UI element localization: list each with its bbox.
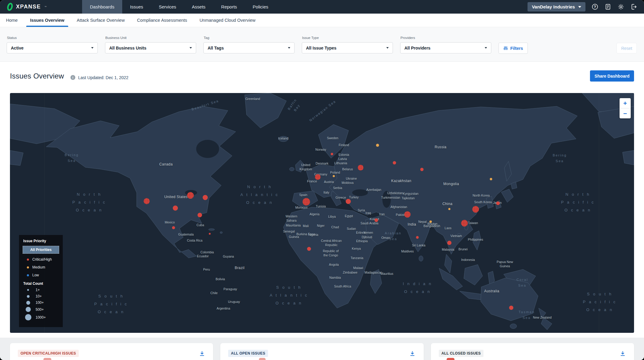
- legend-priority-medium[interactable]: Medium: [27, 265, 59, 269]
- filter-select-providers[interactable]: All Providers: [400, 42, 491, 53]
- issue-cluster-marker-5[interactable]: [172, 226, 175, 229]
- issue-cluster-marker-12[interactable]: [303, 198, 310, 205]
- help-icon[interactable]: ?: [591, 3, 598, 11]
- filter-value-status: Active: [11, 46, 24, 50]
- card-title-pill: ALL OPEN ISSUES: [228, 350, 268, 357]
- issue-cluster-marker-16[interactable]: [416, 236, 419, 239]
- issue-cluster-marker-3[interactable]: [173, 206, 178, 211]
- filter-select-tag[interactable]: All Tags: [203, 42, 295, 53]
- chevron-down-icon: [485, 47, 487, 49]
- issue-cluster-marker-27[interactable]: [490, 178, 492, 180]
- issue-cluster-marker-15[interactable]: [404, 211, 411, 217]
- issue-cluster-marker-8[interactable]: [358, 165, 364, 170]
- xpanse-dashboard-page: XPANSE ™ DashboardsIssuesServicesAssetsR…: [0, 0, 644, 360]
- world-map[interactable]: N o r t h P a c i f i c O c e a nN o r t…: [10, 93, 634, 333]
- org-selector-button[interactable]: VanDelay Industries: [528, 2, 585, 11]
- nav-item-reports[interactable]: Reports: [213, 0, 245, 14]
- zoom-out-button[interactable]: −: [620, 108, 631, 118]
- count-circle-icon: [25, 314, 31, 320]
- legend-count-10: 10+: [24, 294, 59, 298]
- dashboard-tab-bar: HomeIssues OverviewAttack Surface Overvi…: [0, 14, 644, 27]
- filters-button[interactable]: Filters: [499, 43, 528, 54]
- legend-priority-low[interactable]: Low: [27, 273, 59, 277]
- legend-all-priorities[interactable]: All Priorities: [23, 246, 59, 254]
- issue-cluster-marker-18[interactable]: [472, 206, 479, 213]
- brand-trademark: ™: [44, 6, 46, 8]
- issue-cluster-marker-1[interactable]: [187, 192, 194, 199]
- settings-icon[interactable]: [617, 3, 624, 11]
- nav-item-services[interactable]: Services: [151, 0, 184, 14]
- filter-label-issue-type: Issue Type: [302, 36, 393, 40]
- share-dashboard-label: Share Dashboard: [595, 74, 630, 79]
- issue-cluster-marker-22[interactable]: [509, 306, 513, 310]
- issue-cards-row: OPEN CRITICAL/HIGH ISSUESALL OPEN ISSUES…: [10, 343, 634, 360]
- tab-home[interactable]: Home: [2, 14, 22, 27]
- top-icon-group: ?: [591, 3, 637, 11]
- download-icon[interactable]: [409, 350, 416, 357]
- nav-item-assets[interactable]: Assets: [184, 0, 213, 14]
- count-circle-box: [24, 307, 32, 312]
- info-icon[interactable]: i: [70, 75, 75, 80]
- legend-count-label: 10+: [36, 294, 42, 298]
- reset-button-label: Reset: [621, 46, 632, 51]
- nav-item-policies[interactable]: Policies: [245, 0, 276, 14]
- legend-priority-label: Low: [32, 273, 39, 277]
- issue-cluster-marker-21[interactable]: [307, 247, 311, 251]
- issue-cluster-marker-14[interactable]: [375, 218, 378, 222]
- sliders-icon: [503, 46, 508, 50]
- filter-group-tag: TagAll Tags: [203, 27, 295, 54]
- filter-group-providers: ProvidersAll Providers: [400, 27, 491, 54]
- tab-issues-overview[interactable]: Issues Overview: [26, 14, 69, 27]
- tab-unmanaged-cloud-overview[interactable]: Unmanaged Cloud Overview: [196, 14, 259, 27]
- xpanse-logo-icon: [6, 2, 14, 11]
- tab-compliance-assessments[interactable]: Compliance Assessments: [133, 14, 191, 27]
- page-header: Issues Overview i Last Updated: Dec 1, 2…: [0, 62, 644, 93]
- issue-cluster-marker-9[interactable]: [393, 161, 396, 165]
- legend-count-list: 1+10+100+500+1000+: [23, 288, 59, 320]
- nav-item-issues[interactable]: Issues: [122, 0, 151, 14]
- nav-item-dashboards[interactable]: Dashboards: [82, 0, 122, 14]
- issue-cluster-marker-0[interactable]: [144, 198, 150, 204]
- issue-cluster-marker-10[interactable]: [420, 168, 423, 171]
- issue-card-open-critical-high-issues: OPEN CRITICAL/HIGH ISSUES: [10, 343, 213, 360]
- zoom-in-button[interactable]: +: [620, 98, 631, 108]
- card-header: ALL OPEN ISSUES: [228, 350, 416, 357]
- legend-priority-critical-high[interactable]: Critical/High: [27, 257, 59, 262]
- tab-attack-surface-overview[interactable]: Attack Surface Overview: [73, 14, 129, 27]
- filter-select-status[interactable]: Active: [7, 42, 98, 53]
- filter-select-business-unit[interactable]: All Business Units: [105, 42, 196, 53]
- primary-nav: DashboardsIssuesServicesAssetsReportsPol…: [82, 0, 276, 14]
- issue-cluster-marker-2[interactable]: [203, 195, 208, 200]
- issue-cluster-marker-11[interactable]: [315, 174, 320, 180]
- download-icon[interactable]: [620, 350, 626, 357]
- issue-cluster-marker-17[interactable]: [447, 241, 451, 245]
- filter-select-issue-type[interactable]: All Issue Types: [302, 42, 393, 53]
- filter-value-tag: All Tags: [208, 46, 224, 50]
- count-circle-icon: [26, 307, 31, 312]
- issue-cluster-marker-4[interactable]: [197, 213, 202, 217]
- svg-text:?: ?: [594, 5, 596, 9]
- issue-cluster-marker-25[interactable]: [448, 208, 450, 210]
- filter-label-providers: Providers: [400, 36, 491, 40]
- issue-cluster-marker-24[interactable]: [333, 175, 335, 177]
- last-updated-text: Last Updated: Dec 1, 2022: [78, 75, 129, 80]
- release-notes-icon[interactable]: [604, 3, 611, 11]
- share-dashboard-button[interactable]: Share Dashboard: [590, 70, 634, 82]
- issue-cluster-marker-13[interactable]: [346, 199, 351, 204]
- issue-cluster-marker-7[interactable]: [331, 153, 333, 155]
- reset-button[interactable]: Reset: [617, 43, 637, 53]
- filter-label-status: Status: [7, 36, 98, 40]
- legend-count-100: 100+: [24, 301, 59, 305]
- brand[interactable]: XPANSE ™: [0, 3, 68, 11]
- issue-cluster-marker-6[interactable]: [209, 233, 211, 235]
- count-circle-box: [24, 314, 32, 320]
- issue-cluster-marker-23[interactable]: [376, 144, 379, 147]
- issue-cluster-marker-19[interactable]: [461, 220, 468, 227]
- download-icon[interactable]: [199, 350, 205, 357]
- sign-out-icon[interactable]: [630, 3, 637, 11]
- count-circle-icon: [26, 301, 30, 305]
- count-circle-box: [24, 301, 32, 305]
- issue-cluster-marker-26[interactable]: [429, 220, 432, 223]
- issue-cluster-marker-20[interactable]: [496, 201, 500, 205]
- legend-priority-label: Critical/High: [32, 257, 52, 262]
